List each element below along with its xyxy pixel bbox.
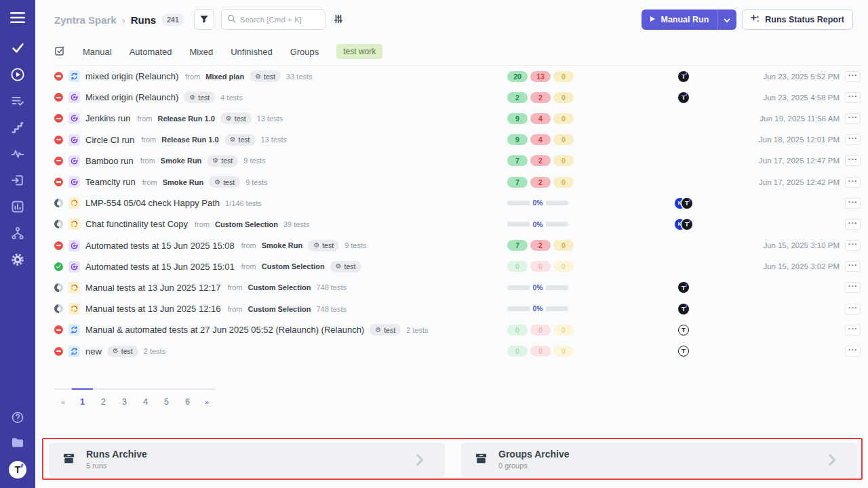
run-title[interactable]: Manual tests at 13 Jun 2025 12:16: [85, 304, 220, 314]
sidebar-item-pulse[interactable]: [11, 147, 24, 162]
sidebar-item-plans[interactable]: [11, 94, 24, 109]
groups-archive-card[interactable]: Groups Archive 0 groups: [461, 443, 857, 477]
run-row[interactable]: Manual & automated tests at 27 Jun 2025 …: [54, 319, 861, 340]
run-title[interactable]: Circle CI run: [85, 135, 134, 145]
select-check-icon: [54, 45, 65, 58]
test-tag-badge[interactable]: ⚙test: [207, 155, 238, 167]
runs-archive-card[interactable]: Runs Archive 5 runs: [49, 443, 445, 477]
run-source-link[interactable]: Smoke Run: [163, 178, 204, 186]
row-menu-button[interactable]: ···: [845, 134, 861, 145]
row-menu-button[interactable]: ···: [845, 240, 861, 251]
search-input[interactable]: [240, 16, 319, 24]
sidebar-item-branches[interactable]: [11, 226, 24, 241]
run-source-link[interactable]: Custom Selection: [215, 220, 278, 228]
run-row[interactable]: Jenkins runfromRelease Run 1.0⚙test13 te…: [54, 108, 861, 129]
tab-groups[interactable]: Groups: [290, 47, 319, 57]
pagination-page-2[interactable]: 2: [93, 388, 114, 407]
run-row[interactable]: Bamboo runfromSmoke Run⚙test9 tests720Ju…: [54, 150, 861, 171]
workspace-avatar[interactable]: T: [9, 461, 26, 479]
row-menu-button[interactable]: ···: [845, 325, 861, 336]
manual-run-button[interactable]: Manual Run: [642, 9, 717, 30]
pagination-next-button[interactable]: »: [198, 388, 216, 407]
projects-button[interactable]: [11, 436, 24, 451]
runs-status-report-button[interactable]: Runs Status Report: [742, 9, 853, 30]
pagination-page-4[interactable]: 4: [135, 388, 156, 407]
tab-manual[interactable]: Manual: [83, 47, 112, 57]
manual-run-dropdown-button[interactable]: [717, 9, 736, 30]
run-title[interactable]: new: [85, 346, 102, 357]
test-tag-badge[interactable]: ⚙test: [107, 346, 138, 357]
row-menu-button[interactable]: ···: [845, 177, 861, 188]
run-title[interactable]: Teamcity run: [85, 177, 136, 187]
run-title[interactable]: Mixed origin (Relaunch): [85, 92, 178, 102]
test-tag-badge[interactable]: ⚙test: [224, 134, 256, 146]
run-title[interactable]: Jenkins run: [85, 113, 130, 123]
row-menu-button[interactable]: ···: [845, 304, 861, 314]
filter-tag-test-work[interactable]: test work: [336, 44, 382, 59]
run-source-link[interactable]: Release Run 1.0: [161, 136, 218, 144]
row-menu-button[interactable]: ···: [845, 113, 861, 124]
test-tag-badge[interactable]: ⚙test: [220, 113, 252, 124]
run-row[interactable]: mixed origin (Relaunch)fromMixed plan⚙te…: [54, 66, 861, 87]
sidebar-item-settings[interactable]: [11, 253, 24, 268]
run-title[interactable]: LMP-554 05/04 check Happy Path: [85, 198, 220, 208]
run-source-link[interactable]: Custom Selection: [248, 283, 311, 291]
pagination-prev-button[interactable]: «: [54, 388, 72, 407]
select-all-button[interactable]: [54, 45, 65, 58]
run-title[interactable]: Manual tests at 13 Jun 2025 12:17: [85, 283, 220, 293]
sidebar-item-import[interactable]: [11, 174, 24, 188]
test-tag-badge[interactable]: ⚙test: [209, 176, 240, 188]
run-row[interactable]: Manual tests at 13 Jun 2025 12:17fromCus…: [54, 277, 861, 298]
tab-unfinished[interactable]: Unfinished: [231, 47, 272, 57]
run-title[interactable]: Automated tests at 15 Jun 2025 15:01: [85, 262, 235, 272]
run-source-link[interactable]: Release Run 1.0: [157, 115, 214, 123]
run-row[interactable]: Automated tests at 15 Jun 2025 15:08from…: [54, 235, 861, 256]
row-menu-button[interactable]: ···: [845, 261, 861, 272]
sidebar-item-tests[interactable]: [11, 41, 25, 56]
help-button[interactable]: [11, 411, 24, 426]
run-source-link[interactable]: Mixed plan: [205, 73, 244, 81]
run-title[interactable]: Chat functinality test Copy: [85, 219, 188, 229]
run-row[interactable]: Chat functinality test CopyfromCustom Se…: [54, 214, 861, 235]
filter-button[interactable]: [194, 9, 214, 30]
pagination-page-1[interactable]: 1: [72, 388, 93, 407]
hamburger-menu-button[interactable]: [10, 11, 25, 26]
run-row[interactable]: Manual tests at 13 Jun 2025 12:16fromCus…: [54, 298, 861, 319]
run-source-link[interactable]: Smoke Run: [262, 241, 303, 249]
run-source-link[interactable]: Custom Selection: [262, 262, 325, 270]
view-settings-button[interactable]: [333, 14, 344, 26]
test-tag-badge[interactable]: ⚙test: [250, 70, 281, 82]
run-row[interactable]: Teamcity runfromSmoke Run⚙test9 tests720…: [54, 171, 861, 192]
sidebar-item-runs[interactable]: [10, 68, 25, 83]
run-row[interactable]: LMP-554 05/04 check Happy Path1/146 test…: [54, 192, 861, 214]
row-menu-button[interactable]: ···: [845, 71, 861, 82]
run-title[interactable]: mixed origin (Relaunch): [85, 71, 178, 81]
row-menu-button[interactable]: ···: [845, 346, 861, 357]
breadcrumb-project[interactable]: Zyntra Spark: [54, 14, 117, 26]
pagination-page-3[interactable]: 3: [114, 388, 135, 407]
sidebar-item-milestones[interactable]: [11, 121, 24, 136]
run-title[interactable]: Automated tests at 15 Jun 2025 15:08: [85, 241, 235, 251]
run-source-link[interactable]: Custom Selection: [248, 305, 311, 313]
row-menu-button[interactable]: ···: [845, 282, 861, 293]
test-tag-badge[interactable]: ⚙test: [184, 92, 215, 103]
tab-mixed[interactable]: Mixed: [190, 47, 214, 57]
run-source-link[interactable]: Smoke Run: [161, 157, 202, 165]
tab-automated[interactable]: Automated: [130, 47, 172, 57]
pagination-page-5[interactable]: 5: [156, 388, 177, 407]
test-tag-badge[interactable]: ⚙test: [370, 324, 401, 336]
test-tag-badge[interactable]: ⚙test: [330, 261, 361, 272]
run-row[interactable]: Automated tests at 15 Jun 2025 15:01from…: [54, 256, 861, 277]
row-menu-button[interactable]: ···: [845, 155, 861, 166]
run-row[interactable]: Mixed origin (Relaunch)⚙test4 tests220TJ…: [54, 87, 861, 108]
row-menu-button[interactable]: ···: [845, 92, 861, 103]
row-menu-button[interactable]: ···: [845, 219, 861, 230]
run-row[interactable]: new⚙test2 tests000T···: [54, 340, 861, 361]
pagination-page-6[interactable]: 6: [177, 388, 198, 407]
row-menu-button[interactable]: ···: [845, 198, 861, 209]
sidebar-item-analytics[interactable]: [11, 200, 24, 215]
test-tag-badge[interactable]: ⚙test: [308, 240, 339, 251]
run-title[interactable]: Bamboo run: [85, 156, 134, 166]
run-title[interactable]: Manual & automated tests at 27 Jun 2025 …: [85, 325, 364, 335]
run-row[interactable]: Circle CI runfromRelease Run 1.0⚙test13 …: [54, 129, 861, 150]
